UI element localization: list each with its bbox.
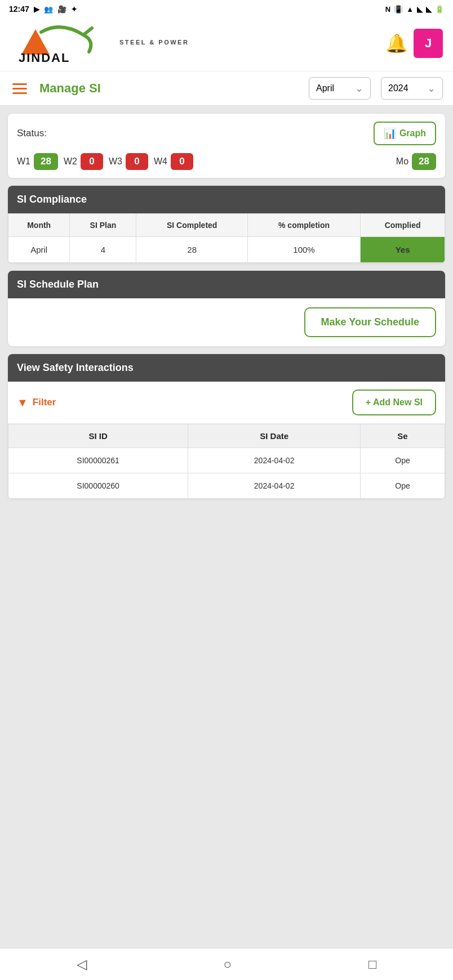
page-title: Manage SI: [39, 81, 299, 96]
month-dropdown-arrow: ⌄: [355, 82, 363, 95]
si-date-2: 2024-04-02: [188, 473, 361, 499]
main-content: Status: 📊 Graph W1 28 W2 0 W3 0: [0, 106, 453, 554]
recents-button[interactable]: □: [368, 956, 377, 972]
status-header: Status: 📊 Graph: [17, 122, 436, 145]
row-si-plan: 4: [70, 237, 136, 263]
year-value: 2024: [388, 83, 408, 93]
si-table-body: SI00000261 2024-04-02 Ope SI00000260 202…: [8, 448, 445, 499]
col-si-completed: SI Completed: [136, 214, 247, 237]
compliance-table-body: April 4 28 100% Yes: [8, 237, 445, 263]
week3-label: W3: [109, 156, 122, 167]
svg-text:JINDAL: JINDAL: [19, 51, 70, 63]
status-bar-right: N 📳 ▲ ◣ ◣ 🔋: [385, 5, 444, 14]
si-table-row-1: SI00000261 2024-04-02 Ope: [8, 448, 445, 473]
wifi-icon: ▲: [406, 5, 414, 14]
hamburger-line1: [12, 83, 27, 85]
si-table: SI ID SI Date Se SI00000261 2024-04-02 O…: [8, 424, 445, 499]
week2-label: W2: [64, 156, 77, 167]
nav-bar: Manage SI April ⌄ 2024 ⌄: [0, 71, 453, 106]
col-percent-completion: % completion: [247, 214, 360, 237]
logo: JINDAL STEEL & POWER: [10, 24, 189, 63]
graph-chart-icon: 📊: [384, 127, 396, 140]
filter-button[interactable]: ▼ Filter: [17, 396, 56, 409]
week2-badge: 0: [81, 153, 103, 170]
logo-subtext: STEEL & POWER: [119, 39, 189, 46]
filter-label: Filter: [33, 397, 56, 408]
user-avatar-button[interactable]: J: [414, 29, 443, 58]
notification-bell-icon[interactable]: 🔔: [385, 33, 408, 54]
si-id-1: SI00000261: [8, 448, 188, 473]
compliance-section-header: SI Compliance: [8, 186, 445, 213]
app-header: JINDAL STEEL & POWER 🔔 J: [0, 18, 453, 71]
col-complied: Complied: [361, 214, 445, 237]
hamburger-menu-button[interactable]: [10, 81, 29, 96]
hamburger-line3: [12, 92, 27, 94]
week4-badge: 0: [171, 153, 193, 170]
si-date-1: 2024-04-02: [188, 448, 361, 473]
logo-svg: JINDAL: [10, 24, 123, 63]
schedule-plan-section-header: SI Schedule Plan: [8, 271, 445, 298]
compliance-table-row: April 4 28 100% Yes: [8, 237, 445, 263]
week2-item: W2 0: [64, 153, 103, 170]
si-table-header-row: SI ID SI Date Se: [8, 424, 445, 448]
week3-badge: 0: [126, 153, 148, 170]
schedule-plan-card: SI Schedule Plan Make Your Schedule: [8, 271, 445, 346]
week4-label: W4: [154, 156, 167, 167]
row-complied: Yes: [361, 237, 445, 263]
compliance-title: SI Compliance: [17, 194, 87, 205]
graph-button-label: Graph: [399, 128, 426, 138]
add-new-si-button[interactable]: + Add New SI: [352, 390, 436, 415]
col-se: Se: [361, 424, 445, 448]
view-si-title: View Safety Interactions: [17, 362, 134, 373]
signal-icon1: ◣: [417, 5, 423, 14]
bottom-navigation: ◁ ○ □: [0, 948, 453, 980]
view-si-section-header: View Safety Interactions: [8, 354, 445, 382]
status-bar: 12:47 ▶ 👥 🎥 ✦ N 📳 ▲ ◣ ◣ 🔋: [0, 0, 453, 18]
hamburger-line2: [12, 88, 27, 90]
week1-badge: 28: [34, 153, 58, 170]
si-table-head: SI ID SI Date Se: [8, 424, 445, 448]
video-icon: 🎥: [57, 5, 66, 14]
signal-icon2: ◣: [426, 5, 432, 14]
status-card: Status: 📊 Graph W1 28 W2 0 W3 0: [8, 114, 445, 178]
mo-label: Mo: [396, 156, 408, 167]
youtube-icon: ▶: [34, 5, 39, 14]
vibrate-icon: 📳: [394, 5, 403, 14]
row-month: April: [8, 237, 70, 263]
filter-row: ▼ Filter + Add New SI: [8, 382, 445, 424]
row-percent-completion: 100%: [247, 237, 360, 263]
col-month: Month: [8, 214, 70, 237]
back-button[interactable]: ◁: [77, 956, 87, 972]
nfc-icon: N: [385, 5, 390, 14]
battery-icon: 🔋: [435, 5, 444, 14]
home-button[interactable]: ○: [224, 956, 232, 972]
status-bar-left: 12:47 ▶ 👥 🎥 ✦: [9, 5, 77, 14]
compliance-table: Month SI Plan SI Completed % completion …: [8, 213, 445, 263]
year-dropdown[interactable]: 2024 ⌄: [381, 77, 443, 100]
month-dropdown[interactable]: April ⌄: [309, 77, 371, 100]
compliance-card: SI Compliance Month SI Plan SI Completed…: [8, 186, 445, 263]
compliance-table-header-row: Month SI Plan SI Completed % completion …: [8, 214, 445, 237]
col-si-plan: SI Plan: [70, 214, 136, 237]
fan-icon: ✦: [71, 5, 77, 14]
week4-item: W4 0: [154, 153, 193, 170]
header-right: 🔔 J: [385, 29, 443, 58]
status-time: 12:47: [9, 5, 29, 14]
col-si-id: SI ID: [8, 424, 188, 448]
week1-label: W1: [17, 156, 30, 167]
si-id-2: SI00000260: [8, 473, 188, 499]
si-se-2: Ope: [361, 473, 445, 499]
view-si-card: View Safety Interactions ▼ Filter + Add …: [8, 354, 445, 499]
filter-funnel-icon: ▼: [17, 396, 28, 409]
week1-item: W1 28: [17, 153, 58, 170]
week3-item: W3 0: [109, 153, 148, 170]
si-table-row-2: SI00000260 2024-04-02 Ope: [8, 473, 445, 499]
mo-badge: 28: [412, 153, 436, 170]
si-se-1: Ope: [361, 448, 445, 473]
status-section: Status: 📊 Graph W1 28 W2 0 W3 0: [8, 114, 445, 178]
contacts-icon: 👥: [44, 5, 53, 14]
make-schedule-button[interactable]: Make Your Schedule: [304, 307, 436, 337]
graph-button[interactable]: 📊 Graph: [374, 122, 436, 145]
month-value: April: [316, 83, 334, 93]
compliance-table-head: Month SI Plan SI Completed % completion …: [8, 214, 445, 237]
